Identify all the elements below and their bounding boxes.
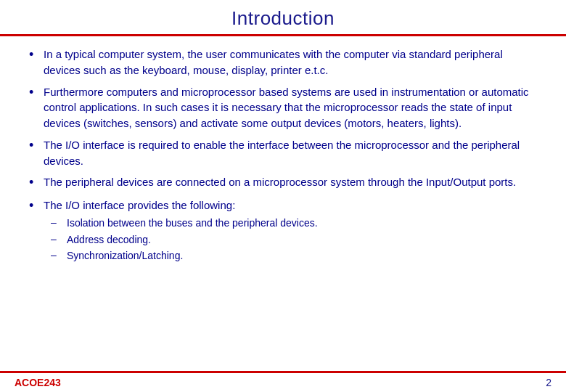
footer-page-number: 2 (546, 377, 551, 388)
main-bullet-list: • In a typical computer system, the user… (29, 46, 537, 264)
bullet-marker: • (29, 174, 44, 191)
sub-list-item: – Synchronization/Latching. (51, 248, 537, 263)
slide-header: Introduction (0, 0, 566, 34)
slide-footer: ACOE243 2 (0, 373, 566, 392)
list-item: • The I/O interface is required to enabl… (29, 137, 537, 169)
bullet-text: Furthermore computers and microprocessor… (44, 84, 537, 131)
sub-marker: – (51, 248, 67, 263)
bullet-text-label: The I/O interface provides the following… (44, 199, 235, 211)
sub-list-item: – Isolation between the buses and the pe… (51, 216, 537, 230)
bullet-text: In a typical computer system, the user c… (44, 46, 537, 78)
slide-content: • In a typical computer system, the user… (0, 36, 566, 371)
slide: Introduction • In a typical computer sys… (0, 0, 566, 392)
list-item: • Furthermore computers and microprocess… (29, 84, 537, 131)
bullet-text: The I/O interface is required to enable … (44, 137, 537, 169)
footer-course-code: ACOE243 (15, 377, 61, 388)
bullet-marker: • (29, 197, 44, 214)
bullet-marker: • (29, 137, 44, 154)
sub-text: Isolation between the buses and the peri… (67, 216, 537, 230)
sub-bullet-list: – Isolation between the buses and the pe… (51, 216, 537, 263)
bullet-text: The peripheral devices are connected on … (44, 174, 537, 190)
sub-marker: – (51, 216, 67, 230)
sub-text: Synchronization/Latching. (67, 248, 537, 263)
slide-title: Introduction (15, 7, 551, 30)
list-item: • The I/O interface provides the followi… (29, 197, 537, 265)
bullet-text: The I/O interface provides the following… (44, 197, 537, 265)
bullet-marker: • (29, 46, 44, 63)
sub-text: Address decoding. (67, 232, 537, 247)
list-item: • In a typical computer system, the user… (29, 46, 537, 78)
sub-marker: – (51, 232, 67, 247)
bullet-marker: • (29, 84, 44, 101)
sub-list-item: – Address decoding. (51, 232, 537, 247)
list-item: • The peripheral devices are connected o… (29, 174, 537, 191)
